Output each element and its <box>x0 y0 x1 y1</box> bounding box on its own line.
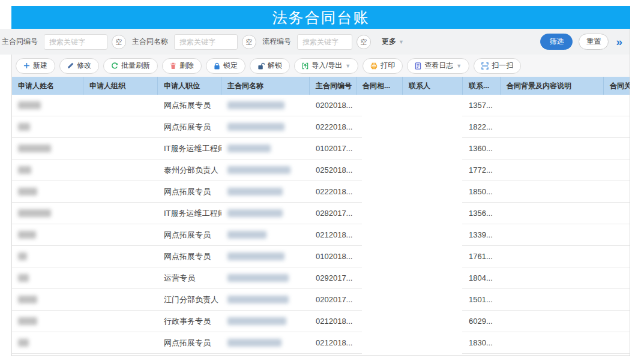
toolbar: 新建修改批量刷新删除锁定解锁导入/导出▼打印查看日志▼扫一扫 <box>11 55 630 77</box>
column-header-2[interactable]: 申请人职位 <box>158 77 221 95</box>
cell-r4-c0 <box>12 181 83 202</box>
column-header-9[interactable]: 合同关联 <box>604 77 630 95</box>
table-row[interactable]: 网点拓展专员0102018...1761... <box>12 246 630 267</box>
cell-r5-c4: 0282017... <box>310 203 357 224</box>
cell-r1-c9 <box>604 116 630 137</box>
批量刷新-button[interactable]: 批量刷新 <box>103 58 158 74</box>
cell-r3-c9 <box>604 160 630 181</box>
cell-r1-c4: 0222018... <box>310 116 357 137</box>
cell-r2-c1 <box>83 138 158 159</box>
cell-r5-c2: IT服务运维工程师 <box>158 203 221 224</box>
cell-r0-c1 <box>83 95 158 116</box>
table-row[interactable]: IT服务运维工程师0102017...1360... <box>12 138 630 160</box>
cell-r2-c2: IT服务运维工程师 <box>158 138 221 159</box>
plus-icon <box>23 62 33 69</box>
cell-r7-c8 <box>501 246 604 267</box>
column-header-1[interactable]: 申请人组织 <box>83 77 158 95</box>
table-row[interactable]: 泰州分部负责人0252018...1772... <box>12 160 630 181</box>
修改-button[interactable]: 修改 <box>59 58 99 74</box>
cell-r9-c8 <box>501 289 604 310</box>
cell-r5-c0 <box>12 203 83 224</box>
table-row[interactable]: 网点拓展专员0212018...1339... <box>12 224 630 246</box>
cell-r10-c1 <box>83 311 158 332</box>
查看日志-button[interactable]: 查看日志▼ <box>407 58 469 74</box>
reset-button[interactable]: 重置 <box>579 34 609 50</box>
table-row[interactable]: 网点拓展专员0212018...1830... <box>12 332 630 354</box>
redacted-text <box>227 209 283 217</box>
more-filters-dropdown[interactable]: 更多 ▼ <box>382 37 404 47</box>
cell-r8-c8 <box>501 267 604 288</box>
table-row[interactable]: 行政事务专员0212018...6029... <box>12 311 630 332</box>
cell-r8-c3 <box>221 267 310 288</box>
chevron-down-icon: ▼ <box>345 63 351 69</box>
cell-r1-c0 <box>12 116 83 137</box>
more-filters-label: 更多 <box>382 37 396 47</box>
redacted-text <box>18 209 51 217</box>
expand-arrows-icon[interactable]: » <box>616 34 622 50</box>
导入/导出-button[interactable]: 导入/导出▼ <box>294 58 358 74</box>
锁定-button[interactable]: 锁定 <box>206 58 245 74</box>
table-row[interactable]: 运营专员0292017...1804... <box>12 267 630 289</box>
table-row[interactable]: 网点拓展专员0202018...1357... <box>12 95 630 116</box>
cell-r1-c3 <box>221 116 310 137</box>
empty-filter-button[interactable]: 空 <box>357 35 371 49</box>
empty-filter-button[interactable]: 空 <box>112 35 126 49</box>
toolbar-button-label: 锁定 <box>223 61 238 71</box>
redacted-text <box>227 274 289 282</box>
filter-button[interactable]: 筛选 <box>540 34 573 50</box>
column-header-7[interactable]: 联系... <box>463 77 501 95</box>
scan-icon <box>481 62 492 70</box>
扫一扫-button[interactable]: 扫一扫 <box>474 58 521 74</box>
redacted-text <box>18 231 36 239</box>
search-keyword-input-2[interactable] <box>297 34 352 50</box>
cell-r5-c3 <box>221 203 310 224</box>
cell-r10-c4: 0212018... <box>310 311 357 332</box>
search-keyword-input-1[interactable] <box>174 34 238 50</box>
cell-r9-c7: 1501... <box>463 289 501 310</box>
删除-button[interactable]: 删除 <box>162 58 202 74</box>
column-header-4[interactable]: 主合同编号 <box>310 77 357 95</box>
table-row[interactable]: 网点拓展专员0222018...1850... <box>12 181 630 203</box>
redacted-text <box>227 145 271 152</box>
cell-r4-c9 <box>604 181 630 202</box>
empty-filter-button[interactable]: 空 <box>242 35 256 49</box>
toolbar-button-label: 扫一扫 <box>492 61 513 71</box>
table-row[interactable]: 江门分部负责人0202017...1501... <box>12 289 630 311</box>
cell-r11-c2: 网点拓展专员 <box>158 332 221 353</box>
app-window: 法务合同台账 主合同编号空主合同名称空流程编号空 更多 ▼ 筛选 重置 » 新建… <box>0 0 638 364</box>
cell-r7-c3 <box>221 246 310 267</box>
打印-button[interactable]: 打印 <box>363 58 403 74</box>
redacted-text <box>227 101 284 109</box>
log-icon <box>415 62 424 70</box>
table-header-row: 申请人姓名申请人组织申请人职位主合同名称主合同编号合同相...联系人联系...合… <box>12 77 630 95</box>
cell-r2-c0 <box>12 138 83 159</box>
cell-r0-c2: 网点拓展专员 <box>158 95 221 116</box>
print-icon <box>370 62 381 70</box>
lock-icon <box>214 62 223 70</box>
cell-r8-c0 <box>12 267 83 288</box>
toolbar-button-label: 批量刷新 <box>121 61 150 71</box>
column-header-0[interactable]: 申请人姓名 <box>12 77 83 95</box>
redacted-text <box>227 339 281 347</box>
import-export-icon <box>302 62 311 70</box>
cell-r11-c4: 0212018... <box>310 332 357 353</box>
refresh-icon <box>111 62 121 70</box>
table-row[interactable]: IT服务运维工程师0282017...1356... <box>12 203 630 224</box>
column-header-5[interactable]: 合同相... <box>357 77 403 95</box>
column-header-3[interactable]: 主合同名称 <box>221 77 310 95</box>
cell-r10-c2: 行政事务专员 <box>158 311 221 332</box>
search-keyword-input-0[interactable] <box>44 34 107 50</box>
column-header-6[interactable]: 联系人 <box>403 77 463 95</box>
解锁-button[interactable]: 解锁 <box>250 58 290 74</box>
cell-r5-c8 <box>501 203 604 224</box>
table-row[interactable]: 网点拓展专员0222018...1822... <box>12 116 630 138</box>
cell-r4-c2: 网点拓展专员 <box>158 181 221 202</box>
redacted-text <box>18 188 37 195</box>
cell-r4-c7: 1850... <box>463 181 501 202</box>
column-header-8[interactable]: 合同背景及内容说明 <box>501 77 604 95</box>
cell-r9-c4: 0202017... <box>310 289 357 310</box>
redacted-text <box>227 123 284 131</box>
cell-r11-c0 <box>12 332 83 353</box>
新建-button[interactable]: 新建 <box>16 58 55 74</box>
cell-r3-c3 <box>221 160 310 181</box>
